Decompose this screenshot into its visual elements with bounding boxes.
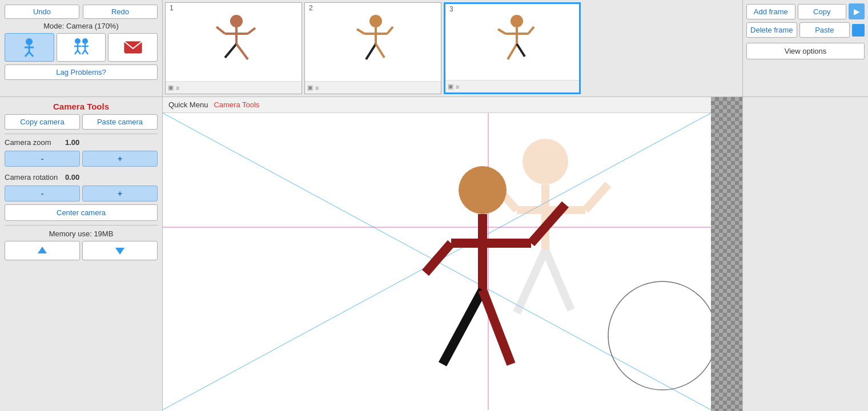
copy-button[interactable]: Copy [798,4,847,19]
svg-point-16 [230,15,243,27]
group-icon-btn[interactable] [57,33,106,62]
frame-2[interactable]: 2 ▣ ≡ [304,2,441,94]
svg-line-55 [425,243,451,273]
svg-line-20 [236,44,248,59]
canvas-crosshatch [711,97,742,411]
camera-tools-link[interactable]: Camera Tools [214,100,259,109]
view-options-button[interactable]: View options [746,43,865,59]
svg-point-30 [511,15,523,27]
copy-camera-button[interactable]: Copy camera [5,114,80,130]
envelope-icon-btn[interactable] [108,33,158,62]
svg-marker-37 [38,247,47,253]
svg-line-33 [508,44,517,59]
add-frame-button[interactable]: Add frame [746,4,795,19]
frame-1[interactable]: 1 ▣ ≡ [165,2,302,94]
mode-label: Mode: Camera (170%) [5,22,158,30]
svg-line-14 [85,50,88,54]
frame-number-1: 1 [168,4,175,12]
frame-number-3: 3 [448,5,455,13]
quick-menu-bar: Quick Menu Camera Tools [163,97,711,113]
camera-rotation-plus[interactable]: + [82,186,158,202]
camera-zoom-minus[interactable]: - [5,151,80,167]
paste-button[interactable]: Paste [799,22,850,38]
svg-marker-38 [115,248,124,255]
camera-tools-title: Camera Tools [5,102,158,111]
camera-zoom-value: 1.00 [65,138,79,147]
svg-point-51 [459,166,507,214]
down-arrow-icon [114,245,126,256]
frame-canvas-1 [166,3,302,81]
svg-line-26 [366,44,376,59]
camera-zoom-label: Camera zoom [5,138,62,147]
svg-point-44 [523,139,568,184]
svg-line-19 [225,44,236,58]
frame-canvas-2 [305,3,441,81]
svg-line-27 [376,44,384,58]
svg-line-9 [78,50,81,54]
frame-icon-3b: ≡ [456,83,459,90]
svg-line-35 [498,29,505,34]
canvas-svg [163,113,711,411]
divider-2 [5,225,158,225]
svg-line-48 [545,250,571,310]
frame-number-2: 2 [307,4,315,12]
person-icon [19,37,39,58]
play-button[interactable]: ▶ [849,3,865,19]
stop-button[interactable] [852,24,865,37]
frame-bottom-2: ▣ ≡ [305,81,441,94]
quick-menu-label: Quick Menu [168,100,208,109]
svg-point-5 [75,38,81,44]
svg-line-36 [528,27,534,34]
up-arrow-icon [37,245,48,256]
camera-rotation-minus[interactable]: - [5,186,80,202]
svg-line-4 [29,52,33,57]
frame-bottom-3: ▣ ≡ [445,80,579,92]
group-icon [71,37,91,58]
redo-button[interactable]: Redo [83,5,158,19]
svg-line-29 [387,27,393,34]
right-panel-main [742,97,868,411]
frame-bottom-1: ▣ ≡ [166,81,302,94]
person-icon-btn[interactable] [5,33,54,62]
svg-line-21 [216,27,225,34]
svg-line-50 [585,184,608,210]
frame-figure-2 [344,11,401,74]
undo-button[interactable]: Undo [5,5,79,19]
frame-3[interactable]: 3 ▣ ≡ [444,2,581,94]
svg-line-47 [517,250,545,313]
svg-line-22 [248,28,255,34]
memory-up-button[interactable] [5,241,80,260]
frame-icon-1b: ≡ [176,84,179,91]
svg-point-10 [82,38,88,44]
frame-figure-1 [205,11,262,74]
svg-point-0 [26,38,33,45]
envelope-icon [123,37,143,58]
svg-line-57 [483,290,511,364]
divider-1 [5,134,158,134]
play-icon: ▶ [854,7,860,16]
frame-figure-3 [484,11,541,74]
memory-label: Memory use: 19MB [5,229,158,238]
camera-zoom-plus[interactable]: + [82,151,158,167]
svg-line-3 [25,52,29,57]
lag-problems-button[interactable]: Lag Problems? [5,65,158,80]
frame-icon-1a: ▣ [168,84,174,91]
svg-point-23 [369,15,382,27]
svg-line-34 [517,44,525,57]
delete-frame-button[interactable]: Delete frame [746,22,797,38]
center-camera-button[interactable]: Center camera [5,204,158,221]
paste-camera-button[interactable]: Paste camera [82,114,158,130]
camera-rotation-value: 0.00 [65,173,79,182]
svg-point-43 [608,281,711,390]
memory-down-button[interactable] [82,241,158,260]
frame-icon-3a: ▣ [448,83,453,90]
frame-canvas-3 [445,4,579,80]
svg-line-28 [357,29,364,34]
camera-rotation-label: Camera rotation [5,173,62,182]
frame-icon-2a: ▣ [307,84,313,91]
frame-icon-2b: ≡ [315,84,319,91]
svg-line-56 [443,290,483,364]
